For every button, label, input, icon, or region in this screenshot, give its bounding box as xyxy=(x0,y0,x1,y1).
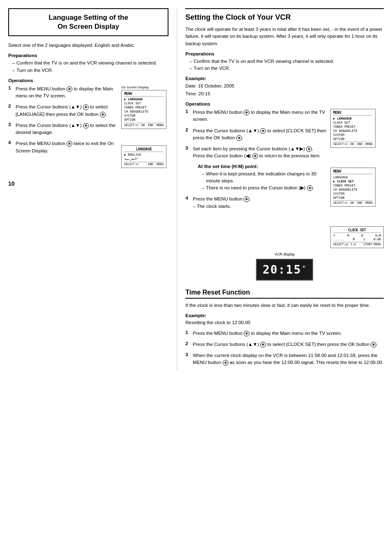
right-step-3: 3 Set each item by pressing the Cursor b… xyxy=(185,145,326,160)
step-text: Press the Cursor buttons (▲▼) ⊕ to selec… xyxy=(16,104,117,118)
time-reset-step-2: 2 Press the Cursor buttons (▲▼) ⊕ to sel… xyxy=(185,341,384,348)
right-step-4: 4 Press the MENU button ⊕.– The clock st… xyxy=(185,196,326,210)
list-item: Turn on the VCR. xyxy=(12,67,168,74)
cursor-btn-icon: ⊕ xyxy=(306,146,312,152)
cursor-btn-icon: ⊕ xyxy=(307,185,313,191)
step-number: 1 xyxy=(8,85,16,90)
right-ops-heading: Operations xyxy=(185,101,384,106)
menu-item: CLOCK SET xyxy=(333,120,373,124)
right-steps-container: 1 Press the MENU button ⊕ to display the… xyxy=(185,109,326,248)
step-number: 2 xyxy=(8,104,16,108)
right-example: Example: Date: 16 October, 2005 Time: 20… xyxy=(185,76,384,97)
page-container: Language Setting of the On Screen Displa… xyxy=(8,8,384,371)
example-date: Date: 16 October, 2005 xyxy=(185,82,384,90)
menu-btn-icon: ⊕ xyxy=(67,141,72,147)
right-title: Setting the Clock of Your VCR xyxy=(185,8,384,22)
menu-footer: SELECT:⊡ :OKEND :MENU xyxy=(333,142,373,146)
right-ops-content: 1 Press the MENU button ⊕ to display the… xyxy=(185,109,384,248)
cursor-btn-icon: ⊕ xyxy=(260,342,266,348)
ok-btn-icon: ⊕ xyxy=(236,135,242,141)
menu-title: MENU xyxy=(333,170,373,174)
on-screen-display-label-container: On Screen Display MENU LANGUAGE CLOCK SE… xyxy=(121,85,166,129)
ok-btn-icon: ⊕ xyxy=(371,342,376,348)
step-text: Press the Cursor buttons (▲▼) ⊕ to selec… xyxy=(193,127,326,142)
clock-menu-display-1: MENU LANGUAGE CLOCK SET TUNER PRESET CH … xyxy=(330,109,376,148)
menu-title: MENU xyxy=(333,111,373,115)
cs-headers: YMDH:M xyxy=(333,234,381,237)
left-screen-displays: On Screen Display MENU LANGUAGE CLOCK SE… xyxy=(121,85,168,168)
ok-btn-icon: ⊕ xyxy=(100,112,106,117)
menu-item: CH ADD&DELETE xyxy=(124,110,164,114)
lang-title: LANGUAGE xyxy=(124,147,164,152)
right-section-title: Setting the Clock of Your VCR xyxy=(185,8,384,22)
step-number: 3 xyxy=(185,352,193,357)
time-reset-title: Time Reset Function xyxy=(185,289,384,299)
left-step-2: 2 Press the Cursor buttons (▲▼) ⊕ to sel… xyxy=(8,104,117,118)
right-operations: Operations 1 Press the MENU button ⊕ to … xyxy=(185,101,384,281)
example-heading: Example: xyxy=(185,76,384,81)
menu-item: CH ADD&DELETE xyxy=(333,129,373,133)
left-prep-list: Confirm that the TV is on and the VCR vi… xyxy=(8,60,168,74)
step-number: 3 xyxy=(8,122,16,127)
step-text: Press the MENU button ⊕ twice to exit th… xyxy=(16,140,117,154)
menu-item: CLOCK SET xyxy=(124,101,164,106)
right-step-1: 1 Press the MENU button ⊕ to display the… xyxy=(185,109,326,123)
step-number: 2 xyxy=(185,127,193,132)
step-number: 3 xyxy=(185,145,193,150)
cs-values: ......M10:00 xyxy=(333,237,381,241)
lang-footer: SELECT:⊡END :MENU xyxy=(124,162,164,166)
page-footer: 10 xyxy=(8,180,168,187)
right-step-2: 2 Press the Cursor buttons (▲▼) ⊕ to sel… xyxy=(185,127,326,142)
right-preparations: Preparations Confirm that the TV is on a… xyxy=(185,51,384,72)
left-operations: Operations 1 Press the MENU button ⊕ to … xyxy=(8,78,168,168)
vcr-display-area: VCR display 20:15✳ xyxy=(185,252,384,281)
language-display: LANGUAGE ENGLISH العربية SELECT:⊡END :ME… xyxy=(121,145,166,168)
list-item: There is no need to press the Cursor but… xyxy=(202,184,326,191)
right-screen-displays: MENU LANGUAGE CLOCK SET TUNER PRESET CH … xyxy=(330,109,384,248)
left-title: Language Setting of the On Screen Displa… xyxy=(15,13,161,31)
menu-item: OPTION xyxy=(333,196,373,200)
left-step-1: 1 Press the MENU button ⊕ to display the… xyxy=(8,85,117,100)
step-number: 1 xyxy=(185,330,193,335)
menu-btn-icon: ⊕ xyxy=(244,110,249,115)
vcr-display-label: VCR display xyxy=(274,252,295,256)
step-text: Press the Cursor buttons (▲▼) ⊕ to selec… xyxy=(193,341,384,348)
cs-footer: SELECT:⊡/ 1:⊡START:MENU xyxy=(333,242,381,246)
list-item: Confirm that the TV is on and the VCR vi… xyxy=(189,58,384,65)
at-set-time-list: When it is kept pressed, the indication … xyxy=(198,170,326,192)
cursor-back-icon: ⊕ xyxy=(252,153,258,159)
right-column: Setting the Clock of Your VCR The clock … xyxy=(177,8,384,371)
step-text: Press the MENU button ⊕ to display the M… xyxy=(193,330,384,337)
time-reset-step-3: 3 When the current clock display on the … xyxy=(185,352,384,366)
right-prep-list: Confirm that the TV is on and the VCR vi… xyxy=(185,58,384,72)
step-number: 4 xyxy=(185,196,193,200)
cursor-btn-icon: ⊕ xyxy=(83,104,89,110)
language-display-container: LANGUAGE ENGLISH العربية SELECT:⊡END :ME… xyxy=(121,145,166,168)
menu-item: CLOCK SET xyxy=(333,179,373,183)
menu-display-1: MENU LANGUAGE CLOCK SET TUNER PRESET CH … xyxy=(121,90,166,129)
menu-item: LANGUAGE xyxy=(333,175,373,179)
left-intro: Select one of the 2 languages displayed:… xyxy=(8,42,168,49)
menu-item: OPTION xyxy=(124,118,164,122)
left-section-title-box: Language Setting of the On Screen Displa… xyxy=(8,8,168,36)
left-steps-container: 1 Press the MENU button ⊕ to display the… xyxy=(8,85,117,168)
page-number: 10 xyxy=(8,180,15,187)
step-text: Press the MENU button ⊕ to display the M… xyxy=(193,109,326,123)
time-reset-intro: If the clock is less than two minutes sl… xyxy=(185,302,384,309)
menu-item: LANGUAGE xyxy=(124,97,164,101)
menu-item: TUNER PRESET xyxy=(333,183,373,187)
time-reset-step-1: 1 Press the MENU button ⊕ to display the… xyxy=(185,330,384,337)
step-text: Press the MENU button ⊕.– The clock star… xyxy=(193,196,326,210)
lang-item: ENGLISH xyxy=(124,153,164,157)
lang-item: العربية xyxy=(124,157,164,161)
left-step-4: 4 Press the MENU button ⊕ twice to exit … xyxy=(8,140,117,154)
step-number: 1 xyxy=(185,109,193,114)
left-step-3: 3 Press the Cursor buttons (▲▼) ⊕ to sel… xyxy=(8,122,117,136)
left-column: Language Setting of the On Screen Displa… xyxy=(8,8,177,371)
step-number: 2 xyxy=(185,341,193,346)
list-item: Turn on the VCR. xyxy=(189,65,384,72)
step-text: When the current clock display on the VC… xyxy=(193,352,384,366)
at-set-time-box: At the set time (H:M) point: When it is … xyxy=(185,164,326,192)
on-screen-display-label: On Screen Display xyxy=(121,85,166,89)
example-time: Time: 20:15 xyxy=(185,90,384,97)
